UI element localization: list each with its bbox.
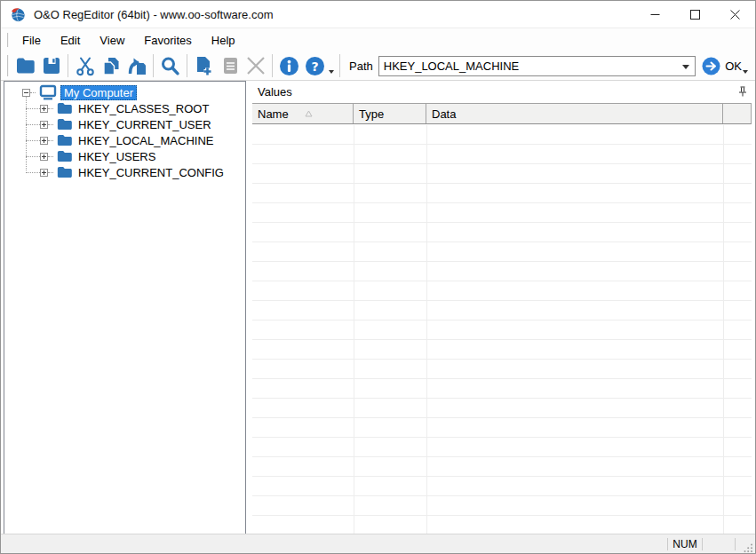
- menu-item[interactable]: File: [12, 31, 51, 50]
- collapse-icon[interactable]: [22, 89, 30, 97]
- values-title: Values: [258, 85, 292, 99]
- document-icon: [221, 56, 239, 75]
- tree-item-hive[interactable]: HKEY_CURRENT_USER: [4, 116, 245, 132]
- help-button[interactable]: ?: [302, 53, 328, 78]
- column-header-blank[interactable]: [723, 104, 751, 123]
- tree-connector: [26, 140, 40, 141]
- tree-item-label[interactable]: HKEY_CURRENT_CONFIG: [76, 166, 227, 179]
- tree-item-label[interactable]: HKEY_USERS: [76, 150, 158, 163]
- caption-buttons: [635, 1, 755, 28]
- toolbar-grip[interactable]: [7, 55, 9, 76]
- status-bar: NUM: [1, 534, 755, 553]
- tree-connector: [48, 156, 53, 157]
- column-gridline: [723, 125, 724, 535]
- tree-connector: [48, 124, 53, 125]
- folder-icon: [57, 118, 72, 131]
- svg-text:?: ?: [311, 59, 318, 73]
- statusbar-separator: [735, 538, 736, 550]
- expand-icon[interactable]: [40, 121, 48, 129]
- copy-button[interactable]: [98, 53, 123, 78]
- tree-connector-line: [26, 94, 27, 170]
- tree-item-hive[interactable]: HKEY_LOCAL_MACHINE: [4, 132, 245, 148]
- tree-item-label[interactable]: HKEY_CLASSES_ROOT: [76, 102, 211, 115]
- tree-item-hive[interactable]: HKEY_USERS: [4, 148, 245, 164]
- sort-ascending-icon: [305, 110, 313, 117]
- app-logo-icon: [10, 6, 26, 22]
- path-label: Path: [349, 59, 373, 73]
- path-combobox[interactable]: HKEY_LOCAL_MACHINE: [378, 56, 696, 76]
- folder-icon: [57, 102, 72, 115]
- tree-item-label[interactable]: HKEY_LOCAL_MACHINE: [76, 134, 216, 147]
- expand-icon[interactable]: [40, 105, 48, 113]
- resize-grip[interactable]: [743, 542, 753, 553]
- expand-icon[interactable]: [40, 169, 48, 177]
- go-ok-button[interactable]: OK: [702, 57, 742, 75]
- maximize-button[interactable]: [675, 1, 715, 28]
- column-gridline: [354, 125, 354, 535]
- help-dropdown-caret[interactable]: [329, 70, 334, 74]
- column-header-name[interactable]: Name: [252, 104, 354, 123]
- paste-button[interactable]: [123, 53, 149, 78]
- tree-item-label[interactable]: My Computer: [60, 85, 137, 100]
- minimize-button[interactable]: [635, 1, 675, 28]
- tree-item-hive[interactable]: HKEY_CURRENT_CONFIG: [4, 164, 245, 180]
- ok-label: OK: [725, 59, 742, 73]
- values-panel: Values Name Type: [251, 81, 753, 535]
- pin-icon[interactable]: [737, 86, 748, 98]
- open-folder-button[interactable]: [12, 53, 38, 78]
- expand-icon[interactable]: [40, 137, 48, 145]
- column-header-type[interactable]: Type: [354, 104, 426, 123]
- new-value-button-disabled[interactable]: [217, 53, 243, 78]
- new-key-button[interactable]: [191, 53, 217, 78]
- menu-item[interactable]: Help: [202, 31, 245, 50]
- main-content: My Computer HKEY_CLASSES_ROOT: [1, 81, 755, 535]
- values-table: Name Type Data: [252, 103, 752, 535]
- menu-item[interactable]: View: [90, 31, 134, 50]
- expand-icon[interactable]: [40, 153, 48, 161]
- toolbar-separator: [339, 54, 340, 77]
- title-bar: O&O RegEditor (64bit) - www.oo-software.…: [1, 1, 755, 28]
- toolbar-separator: [272, 54, 273, 77]
- num-lock-indicator: NUM: [668, 538, 702, 550]
- values-table-header: Name Type Data: [252, 103, 752, 124]
- menu-item[interactable]: Edit: [51, 31, 90, 50]
- delete-button-disabled[interactable]: [243, 53, 268, 78]
- path-value[interactable]: HKEY_LOCAL_MACHINE: [379, 59, 519, 73]
- registry-tree-panel: My Computer HKEY_CLASSES_ROOT: [4, 81, 246, 535]
- tree-item-my-computer[interactable]: My Computer: [4, 84, 245, 100]
- tree-connector: [26, 108, 40, 109]
- folder-icon: [57, 134, 72, 146]
- tree-connector: [26, 172, 40, 173]
- paste-icon: [126, 56, 147, 76]
- help-icon: ?: [305, 56, 325, 76]
- menu-bar: File Edit View Favorites Help: [1, 28, 755, 51]
- combo-dropdown-caret[interactable]: [682, 65, 689, 69]
- info-button[interactable]: [276, 53, 302, 78]
- window-title: O&O RegEditor (64bit) - www.oo-software.…: [34, 8, 273, 21]
- registry-tree: My Computer HKEY_CLASSES_ROOT: [4, 82, 245, 180]
- toolbar-grip[interactable]: [7, 33, 9, 47]
- tree-connector: [48, 140, 53, 141]
- maximize-icon: [690, 10, 700, 20]
- tree-item-hive[interactable]: HKEY_CLASSES_ROOT: [4, 100, 245, 116]
- tree-item-label[interactable]: HKEY_CURRENT_USER: [76, 118, 214, 131]
- save-icon: [42, 56, 61, 75]
- statusbar-pane: [703, 534, 735, 553]
- toolbar-separator: [187, 54, 187, 77]
- info-icon: [279, 56, 299, 76]
- cut-button[interactable]: [72, 53, 98, 78]
- values-list-body[interactable]: [252, 125, 752, 535]
- go-arrow-icon: [702, 57, 720, 75]
- close-icon: [730, 10, 740, 20]
- delete-x-icon: [245, 55, 267, 76]
- tree-connector: [26, 156, 40, 157]
- menu-item[interactable]: Favorites: [134, 31, 201, 50]
- column-gridline: [426, 125, 427, 535]
- close-button[interactable]: [715, 1, 755, 28]
- cut-icon: [75, 56, 96, 76]
- tree-connector: [30, 92, 36, 93]
- column-header-data[interactable]: Data: [426, 104, 723, 123]
- toolbar-overflow-caret[interactable]: [743, 70, 748, 74]
- search-button[interactable]: [157, 53, 183, 78]
- save-button[interactable]: [38, 53, 64, 78]
